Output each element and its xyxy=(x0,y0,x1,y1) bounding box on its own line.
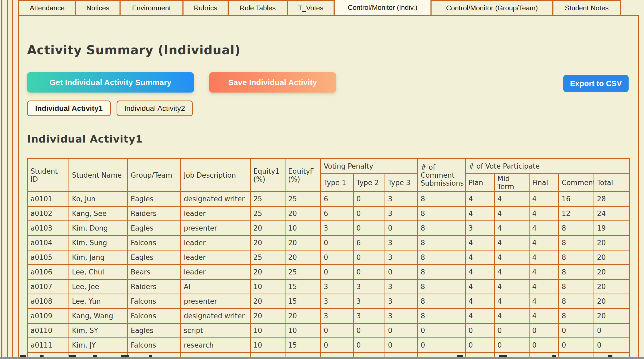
column-header-mid-term: Mid Term xyxy=(494,174,529,192)
table-cell: a0102 xyxy=(28,206,69,221)
table-cell: 4 xyxy=(494,279,529,294)
table-cell: 4 xyxy=(494,309,529,323)
table-cell: 0 xyxy=(559,338,594,353)
table-cell: 0 xyxy=(321,323,353,338)
table-cell: AI xyxy=(181,279,250,294)
table-cell: 4 xyxy=(529,309,559,323)
table-cell: 0 xyxy=(559,323,594,338)
table-cell: a0101 xyxy=(28,192,69,206)
table-cell: Lee, Jee xyxy=(69,279,128,294)
toggle-individual-activity1[interactable]: Individual Activity1 xyxy=(27,101,111,116)
tab-notices[interactable]: Notices xyxy=(75,0,120,15)
table-cell: 4 xyxy=(529,221,559,236)
table-cell: 4 xyxy=(466,294,494,309)
table-cell: script xyxy=(181,323,250,338)
table-cell: 0 xyxy=(353,250,385,265)
table-cell: 8 xyxy=(418,265,466,279)
table-cell: leader xyxy=(181,250,250,265)
table-cell: 4 xyxy=(494,265,529,279)
table-row: a0107Lee, JeeRaidersAI10153338444820 xyxy=(28,279,629,294)
column-header-equityf: EquityF (%) xyxy=(285,159,321,192)
column-header-voting-penalty: Voting Penalty xyxy=(321,159,418,174)
tab-student-notes[interactable]: Student Notes xyxy=(552,0,621,15)
individual-activity-table: Student IDStudent NameGroup/TeamJob Desc… xyxy=(27,158,630,359)
tab-role-tables[interactable]: Role Tables xyxy=(228,0,287,15)
table-cell: a0106 xyxy=(28,265,69,279)
table-cell: 0 xyxy=(385,323,418,338)
table-cell: 0 xyxy=(321,338,353,353)
table-cell: Falcons xyxy=(128,309,181,323)
table-row: a0101Ko, JunEaglesdesignated writer25256… xyxy=(28,192,629,206)
table-cell: leader xyxy=(181,265,250,279)
panel-right-border xyxy=(638,15,639,359)
table-cell: 6 xyxy=(321,206,353,221)
table-cell: 4 xyxy=(466,279,494,294)
tab-t-votes[interactable]: T_Votes xyxy=(287,0,334,15)
table-cell: Raiders xyxy=(128,279,181,294)
table-cell: 25 xyxy=(250,192,285,206)
column-header-student-id: Student ID xyxy=(28,159,69,192)
tab-attendance[interactable]: Attendance xyxy=(18,0,75,15)
table-cell: a0109 xyxy=(28,309,69,323)
table-cell: presenter xyxy=(181,221,250,236)
table-cell: 0 xyxy=(529,323,559,338)
horizontal-scrollbar[interactable] xyxy=(0,357,644,359)
table-cell: 8 xyxy=(418,250,466,265)
tab-rubrics[interactable]: Rubrics xyxy=(182,0,228,15)
table-cell: 3 xyxy=(385,279,418,294)
table-cell: a0103 xyxy=(28,221,69,236)
toggle-individual-activity2[interactable]: Individual Activity2 xyxy=(117,101,193,116)
table-cell: 15 xyxy=(285,338,321,353)
table-cell: 8 xyxy=(559,279,594,294)
table-cell: 8 xyxy=(418,279,466,294)
export-to-csv-button[interactable]: Export to CSV xyxy=(563,75,629,92)
table-cell: 20 xyxy=(250,221,285,236)
table-cell: Eagles xyxy=(128,192,181,206)
table-cell: 4 xyxy=(529,265,559,279)
table-cell: 8 xyxy=(559,309,594,323)
table-cell: 0 xyxy=(321,250,353,265)
table-cell: 20 xyxy=(250,265,285,279)
column-header-group-team: Group/Team xyxy=(128,159,181,192)
table-cell: 0 xyxy=(385,221,418,236)
toolbar: Get Individual Activity Summary Save Ind… xyxy=(27,72,629,93)
table-cell: a0107 xyxy=(28,279,69,294)
table-cell: 3 xyxy=(321,294,353,309)
column-header-final: Final xyxy=(529,174,559,192)
table-cell: 16 xyxy=(559,192,594,206)
tab-control-monitor-group-team[interactable]: Control/Monitor (Group/Team) xyxy=(430,0,552,15)
table-cell: 0 xyxy=(594,323,629,338)
tab-bar: AttendanceNoticesEnvironmentRubricsRole … xyxy=(18,0,621,15)
table-cell: Eagles xyxy=(128,221,181,236)
table-cell: 0 xyxy=(385,265,418,279)
table-cell: 4 xyxy=(494,192,529,206)
table-cell: 4 xyxy=(529,279,559,294)
table-cell: 10 xyxy=(250,323,285,338)
table-cell: 8 xyxy=(418,309,466,323)
table-cell: 4 xyxy=(466,309,494,323)
table-cell: 3 xyxy=(385,236,418,250)
table-cell: 4 xyxy=(494,206,529,221)
table-cell: 19 xyxy=(594,221,629,236)
table-cell: 3 xyxy=(466,221,494,236)
tab-environment[interactable]: Environment xyxy=(120,0,182,15)
table-cell: Eagles xyxy=(128,250,181,265)
table-cell: 20 xyxy=(285,206,321,221)
tab-control-monitor-indiv[interactable]: Control/Monitor (Indiv.) xyxy=(334,0,430,15)
table-cell: 3 xyxy=(353,279,385,294)
table-cell: 0 xyxy=(418,338,466,353)
table-cell: 4 xyxy=(466,206,494,221)
table-cell: 8 xyxy=(559,250,594,265)
table-cell: 0 xyxy=(418,323,466,338)
table-cell: 20 xyxy=(285,236,321,250)
table-cell: 8 xyxy=(559,236,594,250)
table-cell: leader xyxy=(181,236,250,250)
table-cell: 20 xyxy=(594,294,629,309)
save-individual-activity-button[interactable]: Save Individual Activity xyxy=(209,72,336,93)
table-cell: designated writer xyxy=(181,309,250,323)
table-cell: Kim, Sung xyxy=(69,236,128,250)
table-cell: 0 xyxy=(321,265,353,279)
table-cell: 0 xyxy=(494,323,529,338)
table-cell: 3 xyxy=(385,294,418,309)
get-individual-activity-summary-button[interactable]: Get Individual Activity Summary xyxy=(27,72,194,93)
